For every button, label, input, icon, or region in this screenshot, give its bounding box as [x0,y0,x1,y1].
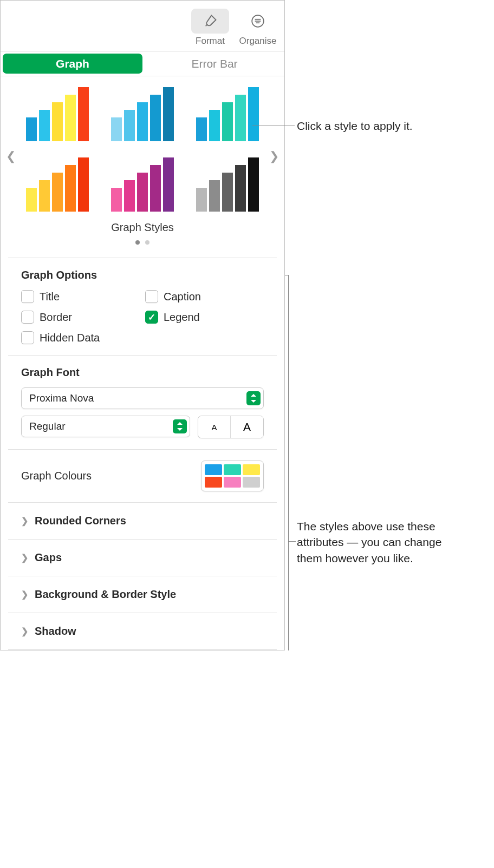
chevron-right-icon: ❯ [21,553,28,563]
colour-swatch [224,464,241,475]
graph-options-heading: Graph Options [21,269,264,281]
organise-label: Organise [239,36,277,47]
styles-prev-icon[interactable]: ❮ [6,149,16,163]
callout-leader-line [252,126,295,126]
page-dot-1[interactable] [135,240,140,245]
legend-checkbox[interactable]: Legend [145,311,264,324]
callout-top: Click a style to apply it. [297,118,413,134]
title-checkbox[interactable]: Title [21,290,140,303]
caption-checkbox-label: Caption [164,291,201,303]
chevron-right-icon: ❯ [21,589,28,600]
graph-font-section: Graph Font Proxima Nova Regular A A [8,355,277,449]
format-label: Format [196,36,225,47]
organise-icon [239,9,277,34]
styles-next-icon[interactable]: ❯ [269,149,279,163]
colour-swatch [243,477,260,488]
font-size-stepper: A A [198,416,264,438]
callout-bracket-top [285,275,288,275]
rounded-corners-disclosure[interactable]: ❯ Rounded Corners [8,502,277,539]
hidden-data-checkbox[interactable]: Hidden Data [21,331,140,344]
font-size-larger-button[interactable]: A [231,416,263,438]
graph-colours-section: Graph Colours [8,449,277,502]
tab-graph[interactable]: Graph [3,54,142,74]
font-family-select[interactable]: Proxima Nova [21,387,264,409]
font-size-smaller-button[interactable]: A [198,416,231,438]
chevron-right-icon: ❯ [21,516,28,526]
colour-swatch [243,464,260,475]
graph-style-thumb[interactable] [107,157,177,212]
gaps-disclosure[interactable]: ❯ Gaps [8,539,277,576]
background-border-disclosure[interactable]: ❯ Background & Border Style [8,576,277,613]
legend-checkbox-label: Legend [164,311,200,324]
callout-bracket [288,275,289,650]
graph-style-thumb[interactable] [193,87,263,141]
chevron-right-icon: ❯ [21,626,28,636]
graph-font-heading: Graph Font [21,366,264,379]
rounded-corners-label: Rounded Corners [35,515,126,527]
caption-checkbox[interactable]: Caption [145,290,264,303]
colour-swatch [224,477,241,488]
graph-style-thumb[interactable] [22,157,92,212]
graph-style-thumb[interactable] [193,157,263,212]
toolbar: Format Organise [1,1,284,51]
graph-colours-heading: Graph Colours [21,470,92,482]
format-toolbar-button[interactable]: Format [191,9,229,47]
callout-bracket-mid [288,541,296,542]
background-border-label: Background & Border Style [35,588,176,601]
border-checkbox-label: Border [40,311,72,324]
colour-swatch-picker[interactable] [201,461,264,491]
page-dots [17,237,268,247]
select-caret-icon [246,391,261,405]
graph-style-thumb[interactable] [22,87,92,141]
colour-swatch [205,464,222,475]
page-dot-2[interactable] [145,240,150,245]
organise-toolbar-button[interactable]: Organise [239,9,277,47]
graph-style-thumb[interactable] [107,87,177,141]
title-checkbox-label: Title [40,291,60,303]
font-weight-select[interactable]: Regular [21,416,190,437]
graph-styles-label: Graph Styles [17,221,268,234]
shadow-label: Shadow [35,625,76,637]
callout-side: The styles above use these attributes — … [297,518,459,566]
brush-icon [191,9,229,34]
select-caret-icon [173,419,187,433]
tab-bar: Graph Error Bar [1,51,284,76]
border-checkbox[interactable]: Border [21,311,140,324]
shadow-disclosure[interactable]: ❯ Shadow [8,613,277,650]
graph-styles-area: ❮ ❯ Graph Styles [1,76,284,258]
format-inspector-panel: Format Organise Graph Error Bar ❮ ❯ Grap… [0,0,285,650]
font-family-value: Proxima Nova [29,392,94,404]
hidden-data-checkbox-label: Hidden Data [40,332,100,344]
colour-swatch [205,477,222,488]
graph-options-section: Graph Options Title Caption Border Legen… [8,258,277,355]
gaps-label: Gaps [35,551,62,564]
tab-error-bar[interactable]: Error Bar [145,51,284,76]
font-weight-value: Regular [29,420,66,432]
